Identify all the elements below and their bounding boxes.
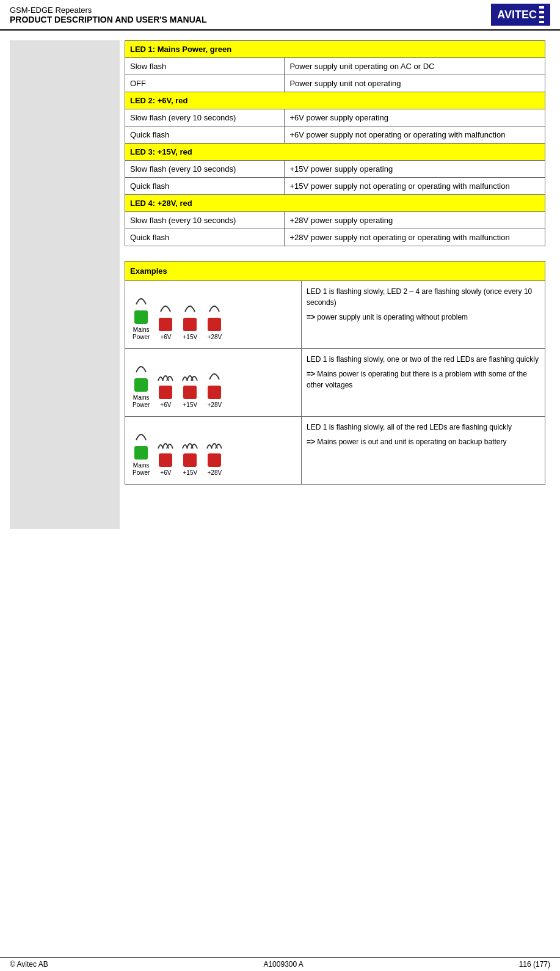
led-item: +15V xyxy=(181,298,198,341)
table-row: OFFPower supply unit not operating xyxy=(125,75,545,92)
example-conclusion: => power supply unit is operating withou… xyxy=(307,312,540,323)
flash-arc-icon xyxy=(157,366,174,383)
led-indicator xyxy=(134,310,148,324)
example-text-cell: LED 1 is flashing slowly, all of the red… xyxy=(301,417,545,485)
leds-row: Mains Power+6V+15V+28V xyxy=(130,286,296,343)
flash-arc-icon xyxy=(181,366,198,383)
led-label: +15V xyxy=(183,401,198,409)
led-label: +6V xyxy=(160,334,171,341)
led-condition: Slow flash (every 10 seconds) xyxy=(125,109,285,126)
example-text-cell: LED 1 is flashing slowly, LED 2 – 4 are … xyxy=(301,281,545,349)
table-area: LED 1: Mains Power, greenSlow flashPower… xyxy=(120,40,550,529)
page-footer: © Avitec AB A1009300 A 116 (177) xyxy=(0,957,560,971)
example-row: Mains Power+6V+15V+28VLED 1 is flashing … xyxy=(125,417,545,485)
examples-header: Examples xyxy=(125,262,545,281)
led-indicator xyxy=(134,446,148,460)
table-row: Slow flash (every 10 seconds)+28V power … xyxy=(125,212,545,229)
doc-number: A1009300 A xyxy=(263,960,303,969)
example-description: LED 1 is flashing slowly, LED 2 – 4 are … xyxy=(307,286,540,308)
led-meaning: Power supply unit operating on AC or DC xyxy=(285,58,545,75)
flash-arc-icon xyxy=(206,366,223,383)
table-row: Slow flash (every 10 seconds)+15V power … xyxy=(125,161,545,178)
led-indicator xyxy=(208,453,221,467)
led-item: +28V xyxy=(206,434,223,477)
led-indicator xyxy=(159,386,172,399)
led-indicator xyxy=(183,386,197,399)
led-label: +6V xyxy=(160,401,171,409)
led-meaning: +15V power supply operating xyxy=(285,161,545,178)
main-content: LED 1: Mains Power, greenSlow flashPower… xyxy=(0,31,560,539)
document-title: GSM-EDGE Repeaters xyxy=(10,5,207,15)
example-description: LED 1 is flashing slowly, one or two of … xyxy=(307,354,540,365)
led-table: LED 1: Mains Power, greenSlow flashPower… xyxy=(125,40,545,246)
table-row: Quick flash+6V power supply not operatin… xyxy=(125,126,545,144)
led-item: +6V xyxy=(157,298,174,341)
led-section-header: LED 2: +6V, red xyxy=(125,92,545,109)
led-label: +6V xyxy=(160,469,171,477)
led-indicator xyxy=(159,453,172,467)
examples-table: Examples Mains Power+6V+15V+28VLED 1 is … xyxy=(125,261,545,485)
logo-text: AVITEC xyxy=(497,9,537,21)
led-indicator xyxy=(183,453,197,467)
table-row: Quick flash+28V power supply not operati… xyxy=(125,229,545,246)
led-section-header: LED 3: +15V, red xyxy=(125,144,545,161)
led-item: +15V xyxy=(181,434,198,477)
led-meaning: +28V power supply operating xyxy=(285,212,545,229)
company-logo: AVITEC xyxy=(491,4,550,26)
example-visual-cell: Mains Power+6V+15V+28V xyxy=(125,417,302,485)
left-panel xyxy=(10,40,120,529)
flash-arc-icon xyxy=(206,434,223,451)
table-row: Slow flash (every 10 seconds)+6V power s… xyxy=(125,109,545,126)
led-meaning: +6V power supply operating xyxy=(285,109,545,126)
led-indicator xyxy=(134,378,148,392)
led-label: Mains Power xyxy=(133,326,150,341)
flash-arc-icon xyxy=(133,359,150,376)
led-condition: OFF xyxy=(125,75,285,92)
led-meaning: +15V power supply not operating or opera… xyxy=(285,178,545,195)
flash-arc-icon xyxy=(133,427,150,444)
led-item: Mains Power xyxy=(133,291,150,341)
led-indicator xyxy=(159,318,172,331)
led-indicator xyxy=(208,318,221,331)
leds-row: Mains Power+6V+15V+28V xyxy=(130,422,296,479)
example-row: Mains Power+6V+15V+28VLED 1 is flashing … xyxy=(125,281,545,349)
page-number: 116 (177) xyxy=(519,960,550,969)
example-text-cell: LED 1 is flashing slowly, one or two of … xyxy=(301,349,545,417)
led-item: +6V xyxy=(157,366,174,409)
led-item: +15V xyxy=(181,366,198,409)
flash-arc-icon xyxy=(181,298,198,315)
led-meaning: +6V power supply not operating or operat… xyxy=(285,126,545,144)
led-section-header: LED 1: Mains Power, green xyxy=(125,41,545,58)
table-row: Slow flashPower supply unit operating on… xyxy=(125,58,545,75)
led-label: Mains Power xyxy=(133,462,150,477)
led-meaning: Power supply unit not operating xyxy=(285,75,545,92)
header-titles: GSM-EDGE Repeaters PRODUCT DESCRIPTION A… xyxy=(10,5,207,24)
led-label: +28V xyxy=(208,469,222,477)
led-condition: Slow flash xyxy=(125,58,285,75)
led-section-header: LED 4: +28V, red xyxy=(125,195,545,212)
led-indicator xyxy=(208,386,221,399)
example-visual-cell: Mains Power+6V+15V+28V xyxy=(125,281,302,349)
led-condition: Quick flash xyxy=(125,229,285,246)
document-subtitle: PRODUCT DESCRIPTION AND USER'S MANUAL xyxy=(10,15,207,24)
led-item: Mains Power xyxy=(133,427,150,477)
led-label: +28V xyxy=(208,401,222,409)
flash-arc-icon xyxy=(157,434,174,451)
table-row: Quick flash+15V power supply not operati… xyxy=(125,178,545,195)
example-conclusion: => Mains power is out and unit is operat… xyxy=(307,436,540,447)
led-item: +28V xyxy=(206,366,223,409)
example-description: LED 1 is flashing slowly, all of the red… xyxy=(307,422,540,433)
led-label: +15V xyxy=(183,334,198,341)
example-conclusion: => Mains power is operating but there is… xyxy=(307,368,540,390)
copyright: © Avitec AB xyxy=(10,960,48,969)
led-indicator xyxy=(183,318,197,331)
led-condition: Slow flash (every 10 seconds) xyxy=(125,212,285,229)
led-item: Mains Power xyxy=(133,359,150,409)
led-meaning: +28V power supply not operating or opera… xyxy=(285,229,545,246)
led-label: Mains Power xyxy=(133,394,150,409)
example-row: Mains Power+6V+15V+28VLED 1 is flashing … xyxy=(125,349,545,417)
example-visual-cell: Mains Power+6V+15V+28V xyxy=(125,349,302,417)
led-condition: Slow flash (every 10 seconds) xyxy=(125,161,285,178)
led-condition: Quick flash xyxy=(125,126,285,144)
led-item: +6V xyxy=(157,434,174,477)
